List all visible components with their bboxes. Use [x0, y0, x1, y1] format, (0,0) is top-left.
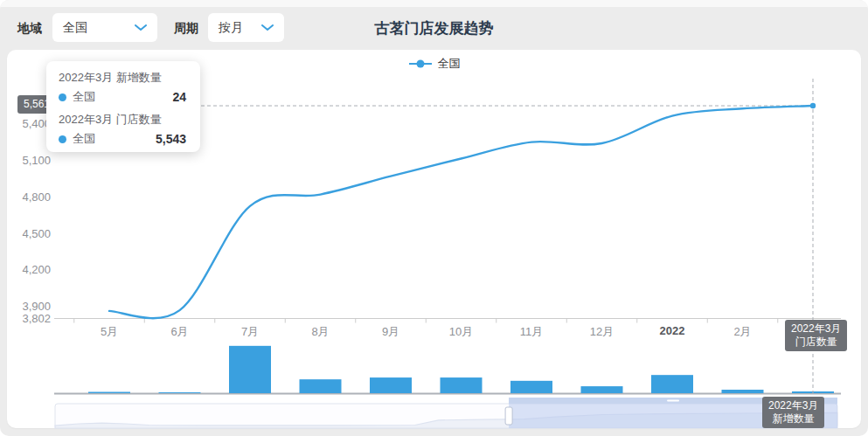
tooltip-section1-title: 2022年3月 新增数量 [59, 71, 186, 85]
x-axis-label: 2022 [644, 324, 700, 337]
tooltip-value-new: 24 [172, 90, 186, 104]
tooltip-value-total: 5,543 [156, 132, 186, 146]
x-axis-label: 11月 [503, 324, 559, 340]
tooltip: 2022年3月 新增数量 全国 24 2022年3月 门店数量 全国 5,543 [46, 61, 200, 152]
x-axis-pointer-badge-bar: 2022年3月 新增数量 [762, 397, 824, 428]
badge-line-1: 2022年3月 [768, 399, 818, 412]
y-axis-label: 4,500 [12, 227, 51, 240]
x-axis-label: 12月 [574, 324, 630, 340]
x-axis-label: 6月 [152, 324, 208, 340]
x-axis-label: 2月 [715, 324, 771, 340]
x-axis-label: 5月 [81, 324, 137, 340]
y-axis-label: 5,400 [12, 117, 51, 130]
page-title: 古茗门店发展趋势 [0, 18, 868, 38]
dashboard: 地域 全国 周期 按月 古茗门店发展趋势 全国 3,8023,9004,2004… [0, 0, 868, 436]
tooltip-section2-title: 2022年3月 门店数量 [59, 113, 186, 127]
legend-label: 全国 [438, 56, 461, 72]
tooltip-series-name: 全国 [73, 89, 95, 105]
badge-line-2: 门店数量 [791, 336, 841, 349]
y-axis-label: 4,200 [12, 263, 51, 276]
y-axis-label: 5,100 [12, 154, 51, 167]
series-dot-icon [59, 93, 66, 101]
y-axis-label: 3,900 [12, 300, 51, 313]
tooltip-series-name: 全国 [73, 131, 95, 147]
window-chrome [0, 0, 868, 7]
x-axis-label: 9月 [363, 324, 419, 340]
series-dot-icon [59, 135, 66, 143]
badge-line-1: 2022年3月 [791, 322, 841, 336]
y-axis-label: 3,802 [12, 312, 51, 325]
legend-line-marker-icon [408, 56, 433, 72]
x-axis-label: 10月 [434, 324, 490, 340]
y-axis-label: 4,800 [12, 190, 51, 204]
x-axis-label: 7月 [222, 324, 278, 340]
x-axis-label: 8月 [293, 324, 349, 340]
x-axis-pointer-badge-line: 2022年3月 门店数量 [785, 320, 847, 351]
badge-line-2: 新增数量 [768, 412, 818, 426]
